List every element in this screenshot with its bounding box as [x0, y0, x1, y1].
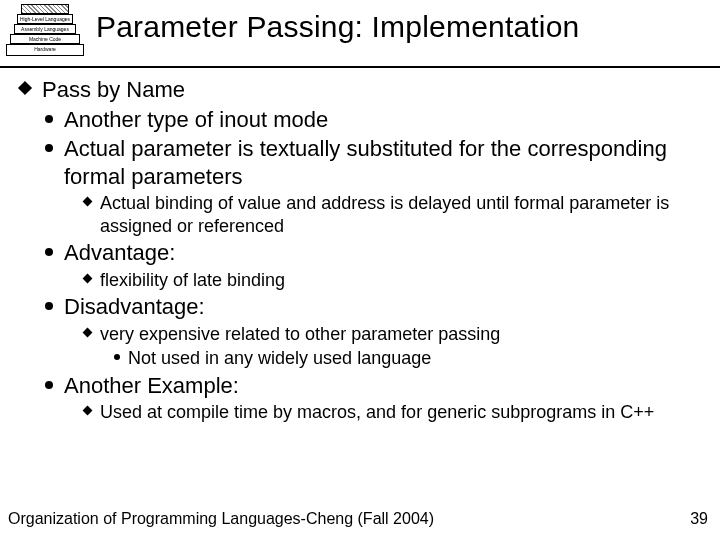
slide-title: Parameter Passing: Implementation — [96, 0, 580, 44]
pyramid-stack-icon: High-Level Languages Assembly Languages … — [4, 4, 86, 64]
title-underline — [0, 66, 720, 68]
footer-text: Organization of Programming Languages-Ch… — [8, 510, 434, 528]
slide-footer: Organization of Programming Languages-Ch… — [8, 510, 708, 528]
heading-text: Pass by Name — [42, 77, 185, 102]
bullet-lv3: Not used in any widely used language — [112, 347, 712, 370]
bullet-lv1: Another type of inout mode — [42, 106, 712, 134]
bullet-text: Another type of inout mode — [64, 107, 328, 132]
page-number: 39 — [690, 510, 708, 528]
bullet-lv1: Disadvantage: very expensive related to … — [42, 293, 712, 370]
bullet-text: Actual parameter is textually substitute… — [64, 136, 667, 189]
slide-body: Pass by Name Another type of inout mode … — [0, 76, 720, 424]
bullet-lv1: Another Example: Used at compile time by… — [42, 372, 712, 424]
bullet-lv2: Actual binding of value and address is d… — [82, 192, 712, 237]
bullet-text: Actual binding of value and address is d… — [100, 193, 669, 236]
bullet-text: Advantage: — [64, 240, 175, 265]
bullet-lv2: Used at compile time by macros, and for … — [82, 401, 712, 424]
bullet-text: Not used in any widely used language — [128, 348, 431, 368]
bullet-lv0: Pass by Name Another type of inout mode … — [18, 76, 712, 424]
bullet-text: Used at compile time by macros, and for … — [100, 402, 654, 422]
slide-header: High-Level Languages Assembly Languages … — [0, 0, 720, 64]
bullet-text: Disadvantage: — [64, 294, 205, 319]
bullet-text: Another Example: — [64, 373, 239, 398]
bullet-text: very expensive related to other paramete… — [100, 324, 500, 344]
bullet-lv1: Advantage: flexibility of late binding — [42, 239, 712, 291]
bullet-lv1: Actual parameter is textually substitute… — [42, 135, 712, 237]
bullet-text: flexibility of late binding — [100, 270, 285, 290]
bullet-lv2: flexibility of late binding — [82, 269, 712, 292]
bullet-lv2: very expensive related to other paramete… — [82, 323, 712, 370]
